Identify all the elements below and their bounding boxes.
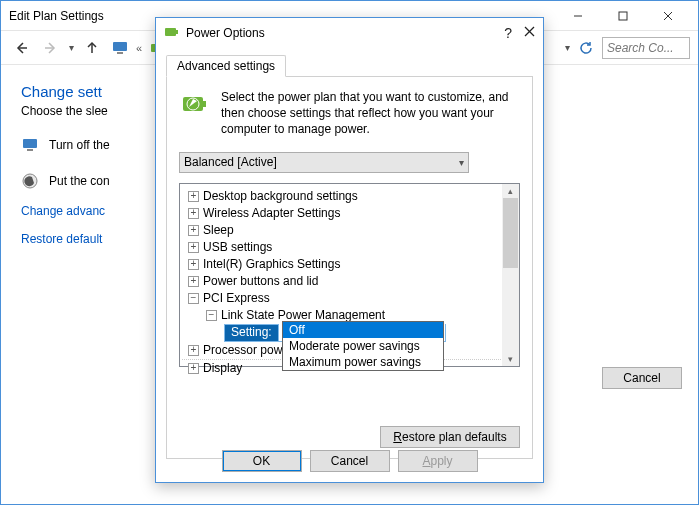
forward-button[interactable]: [39, 36, 63, 60]
history-chevron-icon[interactable]: ▾: [69, 42, 74, 53]
expand-icon[interactable]: +: [188, 225, 199, 236]
display-off-label: Turn off the: [49, 138, 110, 152]
expand-icon[interactable]: +: [188, 191, 199, 202]
tree-node[interactable]: +USB settings: [182, 239, 517, 256]
svg-rect-8: [23, 139, 37, 148]
parent-footer: Cancel: [602, 367, 682, 389]
expand-icon[interactable]: +: [188, 363, 199, 374]
chevron-down-icon: ▾: [459, 157, 464, 168]
close-button[interactable]: [645, 2, 690, 30]
expand-icon[interactable]: +: [188, 242, 199, 253]
scroll-up-icon[interactable]: ▴: [508, 186, 513, 196]
svg-rect-5: [117, 52, 123, 54]
svg-rect-16: [203, 101, 206, 107]
parent-cancel-button[interactable]: Cancel: [602, 367, 682, 389]
power-plan-icon: [179, 89, 211, 121]
display-off-icon: [21, 136, 39, 154]
dropdown-option-moderate[interactable]: Moderate power savings: [283, 338, 443, 354]
svg-rect-4: [113, 42, 127, 51]
svg-rect-12: [176, 30, 178, 34]
dialog-titlebar: Power Options ?: [156, 18, 543, 48]
ok-button[interactable]: OK: [222, 450, 302, 472]
monitor-icon: [110, 38, 130, 58]
dialog-title: Power Options: [186, 26, 265, 40]
tree-scrollbar[interactable]: ▴ ▾: [502, 184, 519, 366]
tab-strip: Advanced settings: [166, 54, 533, 77]
expand-icon[interactable]: +: [188, 259, 199, 270]
apply-button[interactable]: Apply: [398, 450, 478, 472]
setting-label: Setting:: [225, 325, 278, 341]
power-options-dialog: Power Options ? Advanced settings Select…: [155, 17, 544, 483]
breadcrumb-chevron-icon: ▾: [565, 42, 570, 53]
dialog-close-button[interactable]: [524, 26, 535, 40]
minimize-button[interactable]: [555, 2, 600, 30]
cancel-button[interactable]: Cancel: [310, 450, 390, 472]
breadcrumb-overflow[interactable]: «: [136, 42, 142, 54]
maximize-button[interactable]: [600, 2, 645, 30]
sleep-icon: [21, 172, 39, 190]
tree-node[interactable]: +Wireless Adapter Settings: [182, 205, 517, 222]
battery-icon: [164, 25, 180, 42]
tree-node-pci[interactable]: −PCI Express: [182, 290, 517, 307]
svg-rect-1: [619, 12, 627, 20]
tab-panel: Select the power plan that you want to c…: [166, 77, 533, 459]
scroll-down-icon[interactable]: ▾: [508, 354, 513, 364]
back-button[interactable]: [9, 36, 33, 60]
refresh-button[interactable]: [574, 36, 598, 60]
tree-node[interactable]: +Desktop background settings: [182, 188, 517, 205]
svg-rect-11: [165, 28, 176, 36]
collapse-icon[interactable]: −: [188, 293, 199, 304]
expand-icon[interactable]: +: [188, 345, 199, 356]
tree-node[interactable]: +Intel(R) Graphics Settings: [182, 256, 517, 273]
dropdown-option-off[interactable]: Off: [283, 322, 443, 338]
dropdown-option-maximum[interactable]: Maximum power savings: [283, 354, 443, 370]
expand-icon[interactable]: +: [188, 208, 199, 219]
settings-tree: +Desktop background settings +Wireless A…: [179, 183, 520, 367]
parent-window: Edit Plan Settings ▾ « ▾ Change sett Cho…: [0, 0, 699, 505]
setting-dropdown: Off Moderate power savings Maximum power…: [282, 321, 444, 371]
tree-node[interactable]: +Power buttons and lid: [182, 273, 517, 290]
expand-icon[interactable]: +: [188, 276, 199, 287]
power-plan-value: Balanced [Active]: [184, 155, 277, 169]
sleep-label: Put the con: [49, 174, 110, 188]
up-button[interactable]: [80, 36, 104, 60]
parent-title: Edit Plan Settings: [9, 9, 104, 23]
dialog-buttons: OK Cancel Apply: [156, 450, 543, 472]
restore-plan-defaults-button[interactable]: RRestore plan defaultsestore plan defaul…: [380, 426, 520, 448]
scroll-thumb[interactable]: [503, 198, 518, 268]
tree-node[interactable]: +Sleep: [182, 222, 517, 239]
svg-rect-9: [27, 149, 33, 151]
collapse-icon[interactable]: −: [206, 310, 217, 321]
tab-advanced-settings[interactable]: Advanced settings: [166, 55, 286, 77]
search-input[interactable]: [602, 37, 690, 59]
help-button[interactable]: ?: [504, 25, 512, 41]
intro-text: Select the power plan that you want to c…: [221, 89, 520, 138]
power-plan-select[interactable]: Balanced [Active] ▾: [179, 152, 469, 173]
